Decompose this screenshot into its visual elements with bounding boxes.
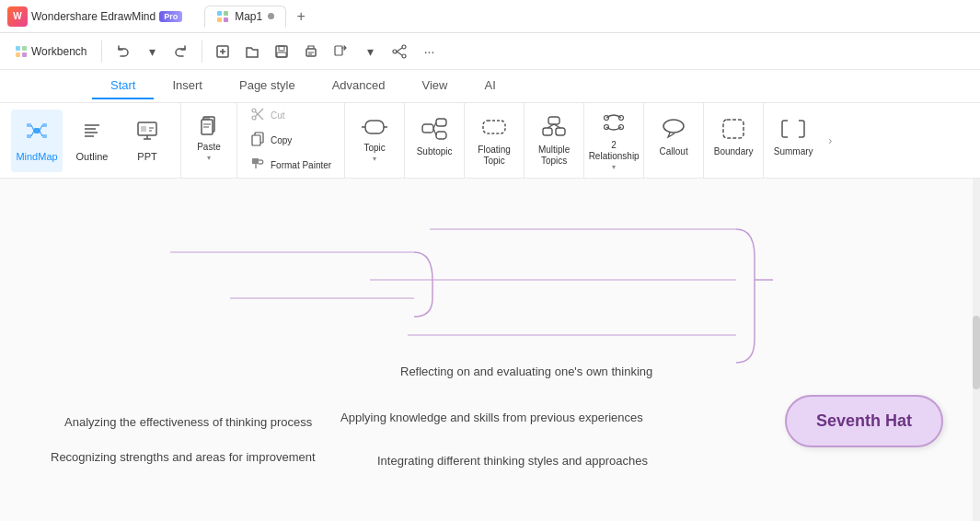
svg-rect-2 bbox=[217, 17, 222, 22]
mode-mindmap[interactable]: MindMap bbox=[11, 110, 63, 172]
svg-rect-27 bbox=[42, 134, 47, 138]
svg-point-19 bbox=[402, 54, 406, 58]
subtopic-button[interactable]: Subtopic bbox=[410, 113, 458, 168]
cut-button[interactable]: Cut bbox=[243, 104, 293, 127]
svg-line-30 bbox=[40, 125, 42, 131]
tab-page-style[interactable]: Page style bbox=[221, 73, 314, 99]
format-painter-icon-svg bbox=[250, 156, 265, 171]
svg-line-29 bbox=[31, 131, 34, 136]
svg-line-28 bbox=[31, 125, 34, 131]
tab-view[interactable]: View bbox=[404, 73, 467, 99]
paste-button[interactable]: Paste ▾ bbox=[185, 109, 233, 167]
undo-dropdown[interactable]: ▾ bbox=[139, 39, 165, 64]
redo-button[interactable] bbox=[168, 39, 194, 64]
tab-advanced[interactable]: Advanced bbox=[314, 73, 404, 99]
mindmap-mode-icon bbox=[26, 120, 48, 147]
export-button[interactable] bbox=[328, 39, 353, 64]
svg-rect-66 bbox=[543, 128, 552, 135]
svg-rect-6 bbox=[16, 52, 20, 57]
summary-button[interactable]: Summary bbox=[769, 113, 817, 168]
topic-label: Topic bbox=[363, 143, 385, 154]
multiple-topics-label: Multiple Topics bbox=[532, 145, 576, 167]
boundary-label: Boundary bbox=[714, 146, 754, 157]
boundary-icon bbox=[721, 117, 746, 144]
share-icon bbox=[392, 44, 407, 59]
share-button[interactable] bbox=[386, 39, 412, 64]
topic-button[interactable]: Topic ▾ bbox=[351, 113, 398, 168]
copy-icon bbox=[250, 132, 265, 149]
canvas-area: Analyzing the effectiveness of thinking … bbox=[0, 179, 980, 521]
outline-mode-icon bbox=[81, 120, 103, 147]
open-button[interactable] bbox=[239, 39, 265, 64]
ribbon: MindMap Outline bbox=[0, 103, 980, 179]
vertical-scrollbar[interactable] bbox=[973, 179, 980, 521]
summary-icon bbox=[780, 117, 806, 144]
svg-point-18 bbox=[402, 45, 406, 49]
copy-label: Copy bbox=[271, 135, 292, 146]
svg-rect-54 bbox=[252, 158, 259, 164]
tab-unsaved-dot bbox=[268, 13, 274, 19]
cut-icon-svg bbox=[250, 107, 265, 122]
mode-outline[interactable]: Outline bbox=[66, 110, 118, 172]
map-tab[interactable]: Map1 bbox=[204, 6, 286, 28]
summary-icon-svg bbox=[780, 117, 806, 141]
cut-icon bbox=[250, 107, 265, 124]
paste-icon-svg bbox=[197, 112, 221, 136]
svg-rect-5 bbox=[22, 46, 27, 51]
svg-rect-24 bbox=[27, 123, 31, 127]
svg-rect-17 bbox=[335, 46, 342, 55]
copy-button[interactable]: Copy bbox=[243, 129, 299, 152]
floating-topic-button[interactable]: Floating Topic bbox=[470, 111, 518, 170]
boundary-button[interactable]: Boundary bbox=[709, 113, 757, 168]
scrollbar-thumb[interactable] bbox=[973, 316, 980, 389]
tab-start[interactable]: Start bbox=[92, 73, 154, 99]
paste-label: Paste bbox=[197, 142, 221, 153]
left-bullet-1: Analyzing the effectiveness of thinking … bbox=[64, 415, 312, 429]
callout-button[interactable]: Callout bbox=[650, 113, 698, 168]
boundary-icon-svg bbox=[721, 117, 746, 141]
more-button[interactable]: ··· bbox=[416, 39, 442, 64]
toolbar-divider-1 bbox=[101, 41, 102, 63]
workbench-label: Workbench bbox=[31, 45, 86, 58]
central-node[interactable]: Seventh Hat bbox=[785, 395, 943, 447]
summary-label: Summary bbox=[774, 146, 813, 157]
subtopic-label: Subtopic bbox=[417, 146, 453, 157]
svg-point-48 bbox=[252, 116, 256, 120]
tab-ai[interactable]: AI bbox=[466, 73, 513, 99]
svg-rect-39 bbox=[141, 126, 146, 132]
svg-rect-0 bbox=[217, 11, 222, 16]
format-painter-button[interactable]: Format Painter bbox=[243, 154, 339, 177]
mode-panel: MindMap Outline bbox=[4, 103, 181, 178]
outline-label: Outline bbox=[76, 151, 109, 162]
tab-insert[interactable]: Insert bbox=[154, 73, 221, 99]
topic-icon-svg bbox=[362, 117, 387, 137]
save-button[interactable] bbox=[269, 39, 294, 64]
workbench-button[interactable]: Workbench bbox=[7, 41, 94, 62]
quick-access-toolbar: Workbench ▾ bbox=[0, 33, 980, 70]
floating-topic-icon bbox=[481, 115, 507, 142]
relationship-icon-svg bbox=[601, 110, 627, 134]
relationship-button[interactable]: 2 Relationship ▾ bbox=[590, 107, 638, 174]
print-button[interactable] bbox=[298, 39, 324, 64]
floating-topic-icon-svg bbox=[481, 115, 507, 139]
multiple-topics-button[interactable]: Multiple Topics bbox=[530, 111, 578, 170]
title-bar: W Wondershare EdrawMind Pro Map1 + bbox=[0, 0, 980, 33]
svg-rect-59 bbox=[422, 124, 433, 133]
right-bullet-3: Integrating different thinking styles an… bbox=[377, 454, 648, 468]
ribbon-expand-button[interactable]: › bbox=[823, 103, 837, 179]
svg-point-74 bbox=[663, 120, 684, 133]
mode-ppt[interactable]: PPT bbox=[121, 110, 173, 172]
callout-label: Callout bbox=[660, 146, 688, 157]
svg-rect-61 bbox=[436, 132, 446, 139]
new-button[interactable] bbox=[210, 39, 236, 64]
nav-tabs: Start Insert Page style Advanced View AI bbox=[0, 70, 980, 103]
undo-button[interactable] bbox=[110, 39, 135, 64]
svg-line-51 bbox=[259, 109, 263, 113]
export-icon bbox=[333, 44, 348, 59]
add-tab-button[interactable]: + bbox=[290, 6, 312, 28]
export-dropdown[interactable]: ▾ bbox=[357, 39, 383, 64]
callout-icon-svg bbox=[661, 117, 686, 141]
copy-icon-svg bbox=[250, 132, 265, 146]
outline-icon-svg bbox=[81, 120, 103, 142]
undo-icon bbox=[115, 44, 130, 59]
